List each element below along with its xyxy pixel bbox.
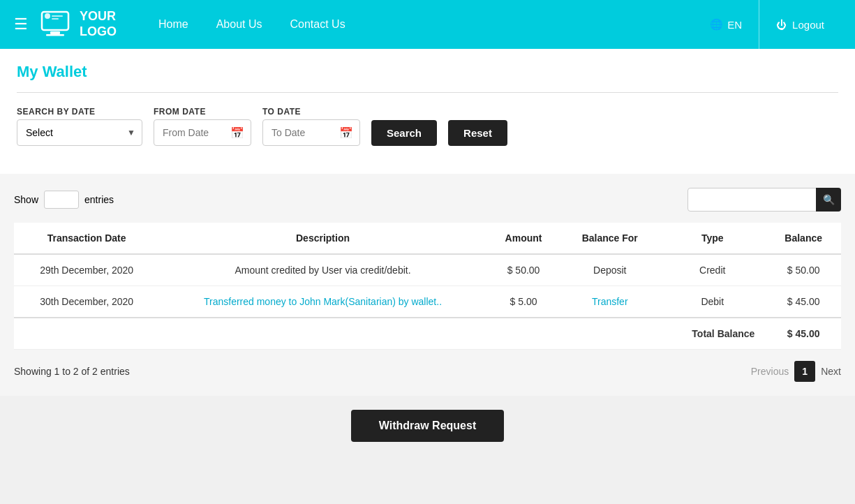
total-row: Total Balance $ 45.00 — [14, 318, 841, 350]
table-row: 30th December, 2020 Transferred money to… — [14, 286, 841, 318]
logo-text: YOUR LOGO — [80, 9, 117, 39]
cell-amount: $ 50.00 — [486, 254, 561, 286]
col-description: Description — [159, 223, 486, 254]
cell-balance: $ 45.00 — [766, 286, 841, 318]
svg-rect-1 — [50, 31, 60, 34]
col-type: Type — [659, 223, 766, 254]
pagination-controls: Previous 1 Next — [751, 361, 841, 382]
next-button[interactable]: Next — [821, 366, 841, 377]
to-date-label: TO DATE — [262, 107, 360, 117]
table-controls: Show 10 entries 🔍 — [14, 188, 841, 212]
cell-balance: $ 50.00 — [766, 254, 841, 286]
language-selector[interactable]: 🌐 EN — [693, 0, 759, 49]
lang-label: EN — [727, 19, 742, 31]
entries-input[interactable]: 10 — [44, 191, 79, 209]
from-date-group: FROM DATE 📅 — [154, 107, 251, 146]
nav-about[interactable]: About Us — [216, 18, 262, 31]
search-by-date-select[interactable]: Select — [17, 119, 142, 146]
withdraw-request-button[interactable]: Withdraw Request — [351, 410, 504, 442]
show-label: Show — [14, 194, 38, 205]
search-by-date-group: SEARCH BY DATE Select ▼ — [17, 107, 142, 146]
total-spacer — [14, 318, 659, 350]
total-label: Total Balance — [659, 318, 766, 350]
from-date-wrapper: 📅 — [154, 119, 251, 146]
table-search-wrapper: 🔍 — [687, 188, 841, 212]
select-wrapper: Select ▼ — [17, 119, 142, 146]
col-transaction-date: Transaction Date — [14, 223, 159, 254]
entries-label: entries — [84, 194, 114, 205]
page-number-1[interactable]: 1 — [794, 361, 815, 382]
nav-right: 🌐 EN ⏻ Logout — [693, 0, 841, 49]
svg-rect-5 — [52, 18, 59, 20]
cell-description: Transferred money to John Mark(Sanitaria… — [159, 286, 486, 318]
nav-home[interactable]: Home — [158, 18, 188, 31]
cell-type: Credit — [659, 254, 766, 286]
showing-entries-text: Showing 1 to 2 of 2 entries — [14, 366, 130, 377]
from-date-input[interactable] — [154, 119, 251, 146]
nav-contact[interactable]: Contact Us — [290, 18, 345, 31]
cell-date: 30th December, 2020 — [14, 286, 159, 318]
withdraw-section: Withdraw Request — [0, 396, 855, 456]
cell-amount: $ 5.00 — [486, 286, 561, 318]
power-icon: ⏻ — [776, 19, 787, 31]
transactions-table: Transaction Date Description Amount Bala… — [14, 223, 841, 350]
cell-description: Amount credited by User via credit/debit… — [159, 254, 486, 286]
table-section: Show 10 entries 🔍 Transaction Date Descr… — [0, 174, 855, 396]
divider — [17, 92, 838, 93]
nav-links: Home About Us Contact Us — [158, 18, 345, 31]
to-date-group: TO DATE 📅 — [262, 107, 360, 146]
cell-balance-for: Deposit — [560, 254, 659, 286]
total-value: $ 45.00 — [766, 318, 841, 350]
navbar: ☰ YOUR LOGO Home About Us Contact Us 🌐 E… — [0, 0, 855, 49]
svg-rect-4 — [52, 15, 63, 17]
page-title: My Wallet — [17, 63, 838, 81]
col-balance-for: Balance For — [560, 223, 659, 254]
search-by-date-label: SEARCH BY DATE — [17, 107, 142, 117]
table-row: 29th December, 2020 Amount credited by U… — [14, 254, 841, 286]
reset-button[interactable]: Reset — [448, 120, 507, 146]
search-icon: 🔍 — [823, 194, 835, 205]
cell-date: 29th December, 2020 — [14, 254, 159, 286]
cell-type: Debit — [659, 286, 766, 318]
table-header-row: Transaction Date Description Amount Bala… — [14, 223, 841, 254]
globe-icon: 🌐 — [710, 18, 723, 31]
col-balance: Balance — [766, 223, 841, 254]
svg-point-3 — [45, 13, 50, 19]
pagination-row: Showing 1 to 2 of 2 entries Previous 1 N… — [14, 361, 841, 382]
hamburger-icon[interactable]: ☰ — [14, 15, 28, 34]
from-date-label: FROM DATE — [154, 107, 251, 117]
to-date-input[interactable] — [262, 119, 360, 146]
page-content: My Wallet SEARCH BY DATE Select ▼ FROM D… — [0, 49, 855, 174]
logo-icon — [38, 6, 74, 43]
show-entries: Show 10 entries — [14, 191, 114, 209]
table-search-button[interactable]: 🔍 — [816, 188, 841, 212]
logo: YOUR LOGO — [38, 6, 117, 43]
logout-button[interactable]: ⏻ Logout — [759, 0, 841, 49]
svg-rect-2 — [46, 34, 64, 36]
to-date-wrapper: 📅 — [262, 119, 360, 146]
previous-button[interactable]: Previous — [751, 366, 789, 377]
cell-balance-for: Transfer — [560, 286, 659, 318]
filter-row: SEARCH BY DATE Select ▼ FROM DATE 📅 TO D… — [17, 107, 838, 146]
col-amount: Amount — [486, 223, 561, 254]
search-button[interactable]: Search — [371, 120, 437, 146]
logout-label: Logout — [792, 19, 824, 31]
